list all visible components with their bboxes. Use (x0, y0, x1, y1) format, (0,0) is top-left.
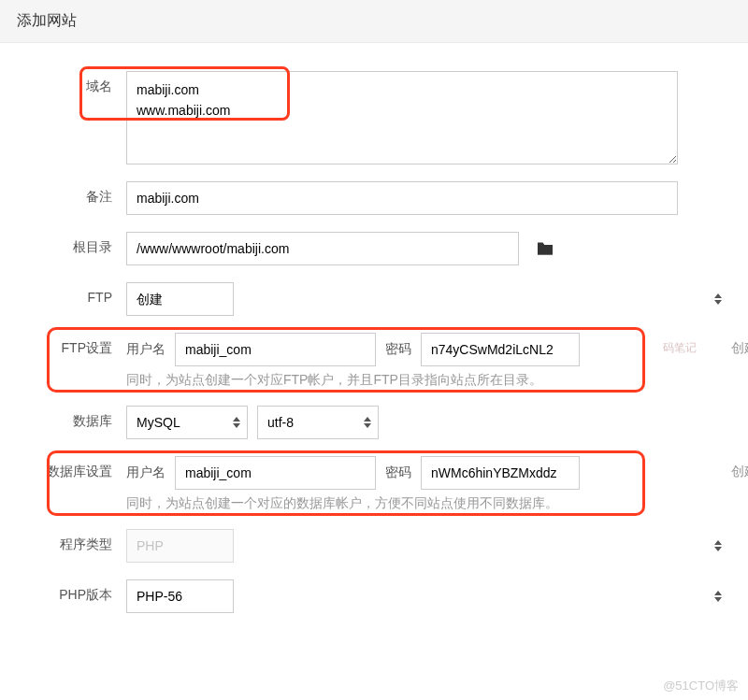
db-pass-label: 密码 (385, 464, 411, 481)
row-php-version: PHP版本 PHP-56 (19, 579, 729, 613)
php-version-select[interactable]: PHP-56 (126, 579, 234, 613)
db-help-text: 同时，为站点创建一个对应的数据库帐户，方便不同站点使用不同数据库。 (126, 495, 729, 512)
label-db-settings: 数据库设置 (19, 456, 126, 480)
add-site-form: 域名 mabiji.com www.mabiji.com 备注 根目录 FTP … (0, 43, 748, 649)
domain-textarea[interactable]: mabiji.com www.mabiji.com (126, 71, 678, 164)
dialog-header: 添加网站 (0, 0, 748, 43)
label-root: 根目录 (19, 232, 126, 256)
ftp-side-text: 创建站点的 (731, 340, 748, 357)
ftp-select[interactable]: 创建 (126, 282, 234, 316)
row-ftp: FTP 创建 (19, 282, 729, 316)
ftp-pass-label: 密码 (385, 341, 411, 358)
label-ftp: FTP (19, 282, 126, 305)
root-input[interactable] (126, 232, 519, 265)
row-ftp-settings: FTP设置 用户名 密码 码笔记 同时，为站点创建一个对应FTP帐户，并且FTP… (19, 333, 729, 389)
ftp-pass-input[interactable] (421, 333, 580, 366)
row-program: 程序类型 PHP (19, 529, 729, 563)
db-charset-select[interactable]: utf-8 (257, 406, 379, 439)
remark-input[interactable] (126, 181, 678, 215)
program-select[interactable]: PHP (126, 529, 234, 563)
label-domain: 域名 (19, 71, 126, 95)
label-php-version: PHP版本 (19, 579, 126, 604)
ftp-user-label: 用户名 (126, 341, 165, 358)
watermark-icon: 码笔记 (663, 340, 697, 356)
db-side-text: 创建站点的 (731, 464, 748, 480)
select-arrows-icon (714, 293, 722, 305)
db-type-select[interactable]: MySQL (126, 406, 248, 439)
row-database: 数据库 MySQL utf-8 (19, 406, 729, 439)
select-arrows-icon (714, 540, 722, 551)
row-domain: 域名 mabiji.com www.mabiji.com (19, 71, 729, 164)
dialog-title: 添加网站 (17, 11, 731, 31)
ftp-user-input[interactable] (175, 333, 376, 366)
ftp-help-text: 同时，为站点创建一个对应FTP帐户，并且FTP目录指向站点所在目录。 (126, 372, 729, 389)
row-root: 根目录 (19, 232, 729, 265)
db-user-input[interactable] (175, 456, 376, 490)
select-arrows-icon (714, 591, 722, 602)
db-user-label: 用户名 (126, 464, 165, 481)
row-db-settings: 数据库设置 用户名 密码 同时，为站点创建一个对应的数据库帐户，方便不同站点使用… (19, 456, 729, 512)
db-pass-input[interactable] (421, 456, 580, 490)
label-program: 程序类型 (19, 529, 126, 553)
folder-icon[interactable] (536, 241, 554, 256)
label-ftp-settings: FTP设置 (19, 333, 126, 357)
row-remark: 备注 (19, 181, 729, 215)
label-database: 数据库 (19, 406, 126, 430)
label-remark: 备注 (19, 181, 126, 206)
